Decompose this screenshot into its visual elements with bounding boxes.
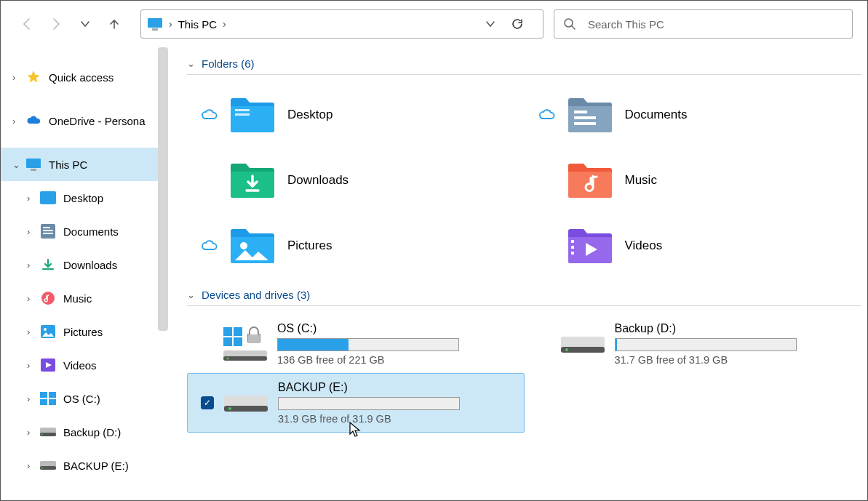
chevron-right-icon[interactable]: ›: [27, 226, 40, 237]
folder-videos[interactable]: Videos: [525, 213, 862, 278]
group-count: (6): [241, 57, 254, 70]
drive-os-c[interactable]: OS (C:) 136 GB free of 221 GB: [187, 315, 525, 373]
storage-bar: [277, 338, 459, 351]
chevron-right-icon[interactable]: ›: [27, 460, 40, 471]
chevron-right-icon[interactable]: ›: [12, 72, 25, 83]
breadcrumb-sep: ›: [166, 18, 175, 30]
drive-backup-d[interactable]: Backup (D:) 31.7 GB free of 31.9 GB: [525, 315, 862, 373]
tree-drive-c[interactable]: › OS (C:): [1, 382, 168, 415]
tree-music[interactable]: › Music: [1, 281, 168, 315]
tree-label: BACKUP (E:): [63, 460, 129, 472]
star-icon: [25, 69, 41, 85]
svg-rect-5: [40, 191, 56, 204]
nav-recent-dropdown[interactable]: [73, 12, 97, 36]
nav-back-button[interactable]: [15, 12, 39, 36]
folder-desktop[interactable]: Desktop: [187, 82, 525, 148]
chevron-right-icon[interactable]: ›: [27, 326, 40, 337]
group-count: (3): [297, 289, 310, 301]
tree-this-pc[interactable]: ⌄ This PC: [1, 148, 168, 181]
folder-pictures[interactable]: Pictures: [187, 213, 525, 278]
folder-music[interactable]: Music: [525, 148, 862, 213]
group-title: Devices and drives: [202, 289, 294, 301]
tree-videos[interactable]: › Videos: [1, 348, 168, 382]
address-dropdown-button[interactable]: [485, 18, 511, 30]
chevron-down-icon[interactable]: ⌄: [12, 159, 25, 170]
drive-free-text: 136 GB free of 221 GB: [277, 354, 459, 366]
tree-drive-e[interactable]: › BACKUP (E:): [1, 449, 168, 482]
tree-quick-access[interactable]: › Quick access: [1, 60, 168, 94]
svg-rect-30: [571, 240, 574, 243]
navigation-tree: › Quick access › OneDrive - Persona ⌄ Th…: [1, 47, 168, 500]
tree-pictures[interactable]: › Pictures: [1, 315, 168, 348]
group-header-drives[interactable]: ⌄ Devices and drives (3): [187, 289, 861, 306]
svg-rect-7: [43, 227, 50, 228]
system-drive-icon: [40, 390, 56, 406]
svg-point-46: [228, 407, 231, 410]
svg-rect-16: [40, 399, 47, 405]
storage-bar: [615, 338, 797, 351]
svg-point-43: [565, 348, 568, 351]
pictures-folder-icon: [40, 324, 56, 340]
content-pane: ⌄ Folders (6) Desktop: [168, 47, 867, 500]
group-header-folders[interactable]: ⌄ Folders (6): [187, 57, 861, 75]
svg-rect-17: [49, 399, 56, 405]
nav-forward-button[interactable]: [44, 12, 68, 36]
tree-label: OS (C:): [63, 393, 100, 405]
chevron-down-icon[interactable]: ⌄: [187, 58, 202, 69]
svg-point-23: [41, 468, 43, 469]
svg-rect-28: [574, 122, 596, 125]
svg-rect-0: [148, 18, 162, 28]
svg-rect-33: [223, 327, 232, 336]
tree-drive-d[interactable]: › Backup (D:): [1, 415, 168, 449]
chevron-right-icon[interactable]: ›: [27, 360, 40, 371]
desktop-folder-icon: [228, 95, 277, 135]
monitor-icon: [147, 17, 163, 31]
tree-onedrive[interactable]: › OneDrive - Persona: [1, 104, 168, 137]
cloud-sync-icon: [200, 108, 225, 121]
tree-label: Music: [63, 292, 92, 305]
nav-up-button[interactable]: [103, 12, 126, 36]
address-bar[interactable]: › This PC ›: [140, 9, 544, 39]
chevron-right-icon[interactable]: ›: [27, 293, 40, 304]
folder-documents[interactable]: Documents: [525, 82, 862, 148]
group-title: Folders: [202, 57, 238, 70]
search-input[interactable]: Search This PC: [554, 9, 853, 39]
cursor-icon: [349, 421, 362, 438]
svg-point-20: [41, 434, 43, 436]
videos-folder-icon: [565, 225, 615, 266]
tree-label: Backup (D:): [63, 426, 121, 438]
chevron-right-icon[interactable]: ›: [27, 260, 40, 270]
cloud-sync-icon: [200, 239, 225, 252]
videos-folder-icon: [40, 357, 56, 373]
drive-icon: [558, 324, 609, 364]
tree-downloads[interactable]: › Downloads: [1, 248, 168, 281]
drive-label: BACKUP (E:): [278, 381, 460, 394]
downloads-folder-icon: [228, 160, 277, 201]
svg-point-12: [44, 328, 47, 331]
cloud-icon: [25, 113, 41, 129]
desktop-folder-icon: [40, 190, 56, 206]
tree-desktop[interactable]: › Desktop: [1, 181, 168, 215]
selected-checkbox[interactable]: ✓: [201, 396, 221, 409]
svg-rect-40: [248, 334, 260, 343]
refresh-button[interactable]: [511, 17, 537, 31]
chevron-right-icon[interactable]: ›: [12, 116, 25, 127]
folder-label: Desktop: [287, 108, 333, 122]
pictures-folder-icon: [228, 225, 277, 266]
tree-documents[interactable]: › Documents: [1, 215, 168, 248]
tree-label: This PC: [49, 159, 87, 171]
svg-rect-3: [26, 159, 41, 168]
chevron-right-icon[interactable]: ›: [27, 193, 40, 204]
tree-label: Videos: [63, 359, 97, 372]
svg-rect-8: [43, 230, 53, 231]
music-folder-icon: [40, 290, 56, 306]
folder-downloads[interactable]: Downloads: [187, 148, 525, 213]
chevron-down-icon[interactable]: ⌄: [187, 289, 202, 300]
cloud-sync-icon: [538, 108, 562, 121]
chevron-right-icon[interactable]: ›: [27, 427, 40, 438]
search-icon: [563, 17, 576, 31]
breadcrumb-location[interactable]: This PC: [175, 18, 220, 31]
sidebar-scrollbar[interactable]: [158, 47, 168, 331]
folder-label: Downloads: [287, 173, 349, 188]
chevron-right-icon[interactable]: ›: [27, 393, 40, 404]
